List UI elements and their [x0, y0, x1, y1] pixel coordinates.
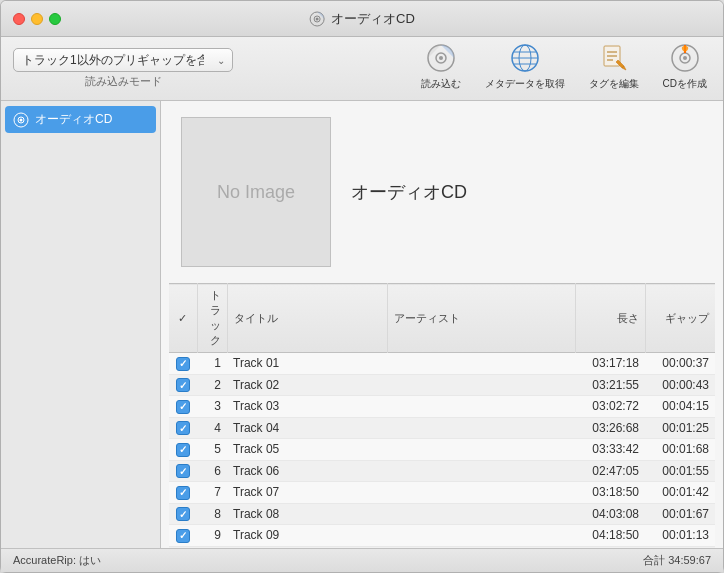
burn-button[interactable]: CDを作成: [659, 42, 711, 91]
traffic-lights: [13, 13, 61, 25]
row-artist: [387, 482, 575, 504]
sidebar-cd-icon: [13, 112, 29, 128]
row-gap: 00:01:68: [645, 439, 715, 461]
svg-point-5: [439, 56, 443, 60]
no-image-text: No Image: [217, 182, 295, 203]
row-gap: 00:00:43: [645, 374, 715, 396]
table-row: 4 Track 04 03:26:68 00:01:25: [169, 417, 715, 439]
col-header-check: ✓: [169, 284, 197, 353]
col-header-title: タイトル: [227, 284, 387, 353]
row-title: Track 06: [227, 460, 387, 482]
table-body: 1 Track 01 03:17:18 00:00:37 2 Track 02 …: [169, 353, 715, 549]
row-title: Track 09: [227, 525, 387, 547]
row-checkbox[interactable]: [169, 482, 197, 504]
row-gap: 00:00:37: [645, 353, 715, 375]
table-row: 3 Track 03 03:02:72 00:04:15: [169, 396, 715, 418]
row-artist: [387, 353, 575, 375]
table-row: 9 Track 09 04:18:50 00:01:13: [169, 525, 715, 547]
row-title: Track 03: [227, 396, 387, 418]
row-gap: 00:01:25: [645, 417, 715, 439]
globe-icon: [509, 42, 541, 74]
row-checkbox[interactable]: [169, 396, 197, 418]
accuraterip-status: AccurateRip: はい: [13, 553, 101, 568]
read-button[interactable]: 読み込む: [417, 42, 465, 91]
svg-point-2: [316, 17, 319, 20]
mode-dropdown-container: トラック1以外のプリギャップを含める ⌄: [13, 48, 233, 72]
window-title: オーディオCD: [331, 10, 415, 28]
table-row: 1 Track 01 03:17:18 00:00:37: [169, 353, 715, 375]
row-checkbox[interactable]: [169, 439, 197, 461]
svg-point-17: [683, 56, 687, 60]
row-gap: 00:01:13: [645, 525, 715, 547]
col-header-track: トラック: [197, 284, 227, 353]
row-title: Track 07: [227, 482, 387, 504]
close-button[interactable]: [13, 13, 25, 25]
row-artist: [387, 525, 575, 547]
tag-icon: [598, 42, 630, 74]
row-title: Track 02: [227, 374, 387, 396]
minimize-button[interactable]: [31, 13, 43, 25]
status-bar: AccurateRip: はい 合計 34:59:67: [1, 548, 723, 572]
row-artist: [387, 396, 575, 418]
metadata-button[interactable]: メタデータを取得: [481, 42, 569, 91]
row-duration: 04:18:50: [575, 525, 645, 547]
row-artist: [387, 503, 575, 525]
row-track-num: 3: [197, 396, 227, 418]
mode-label: 読み込みモード: [13, 74, 233, 89]
row-artist: [387, 417, 575, 439]
row-gap: 00:01:55: [645, 460, 715, 482]
row-track-num: 9: [197, 525, 227, 547]
row-checkbox[interactable]: [169, 460, 197, 482]
total-time: 合計 34:59:67: [643, 553, 711, 568]
row-checkbox[interactable]: [169, 374, 197, 396]
sidebar-item-audio-cd[interactable]: オーディオCD: [5, 106, 156, 133]
metadata-label: メタデータを取得: [485, 77, 565, 91]
row-duration: 03:33:42: [575, 439, 645, 461]
row-checkbox[interactable]: [169, 353, 197, 375]
row-duration: 04:03:08: [575, 503, 645, 525]
row-artist: [387, 460, 575, 482]
row-track-num: 2: [197, 374, 227, 396]
row-track-num: 6: [197, 460, 227, 482]
toolbar: トラック1以外のプリギャップを含める ⌄ 読み込みモード 読み込む: [1, 37, 723, 101]
sidebar: オーディオCD: [1, 101, 161, 548]
title-bar: オーディオCD: [1, 1, 723, 37]
tag-edit-label: タグを編集: [589, 77, 639, 91]
read-icon: [425, 42, 457, 74]
table-row: 7 Track 07 03:18:50 00:01:42: [169, 482, 715, 504]
track-table[interactable]: ✓ トラック タイトル アーティスト 長さ ギャップ 1 Track 01 03…: [169, 283, 715, 548]
row-track-num: 7: [197, 482, 227, 504]
row-duration: 03:21:55: [575, 374, 645, 396]
row-gap: 00:01:67: [645, 503, 715, 525]
row-track-num: 5: [197, 439, 227, 461]
maximize-button[interactable]: [49, 13, 61, 25]
sidebar-item-label: オーディオCD: [35, 111, 112, 128]
row-duration: 03:26:68: [575, 417, 645, 439]
row-checkbox[interactable]: [169, 503, 197, 525]
table-row: 5 Track 05 03:33:42 00:01:68: [169, 439, 715, 461]
row-artist: [387, 374, 575, 396]
row-gap: 00:01:42: [645, 482, 715, 504]
row-checkbox[interactable]: [169, 525, 197, 547]
mode-dropdown[interactable]: トラック1以外のプリギャップを含める: [13, 48, 233, 72]
table-row: 8 Track 08 04:03:08 00:01:67: [169, 503, 715, 525]
tag-edit-button[interactable]: タグを編集: [585, 42, 643, 91]
main-content: オーディオCD No Image オーディオCD ✓ トラック: [1, 101, 723, 548]
col-header-artist: アーティスト: [387, 284, 575, 353]
toolbar-right: 読み込む メタデータを取得: [417, 42, 711, 95]
row-duration: 03:17:18: [575, 353, 645, 375]
right-panel: No Image オーディオCD ✓ トラック タイトル アーティスト 長さ ギ…: [161, 101, 723, 548]
row-title: Track 01: [227, 353, 387, 375]
main-window: オーディオCD トラック1以外のプリギャップを含める ⌄ 読み込みモード 読み: [0, 0, 724, 573]
row-title: Track 05: [227, 439, 387, 461]
row-title: Track 04: [227, 417, 387, 439]
album-section: No Image オーディオCD: [161, 101, 723, 283]
row-checkbox[interactable]: [169, 417, 197, 439]
tracks-table: ✓ トラック タイトル アーティスト 長さ ギャップ 1 Track 01 03…: [169, 283, 715, 548]
row-track-num: 1: [197, 353, 227, 375]
row-title: Track 08: [227, 503, 387, 525]
row-duration: 03:18:50: [575, 482, 645, 504]
table-row: 2 Track 02 03:21:55 00:00:43: [169, 374, 715, 396]
table-header: ✓ トラック タイトル アーティスト 長さ ギャップ: [169, 284, 715, 353]
burn-label: CDを作成: [663, 77, 707, 91]
